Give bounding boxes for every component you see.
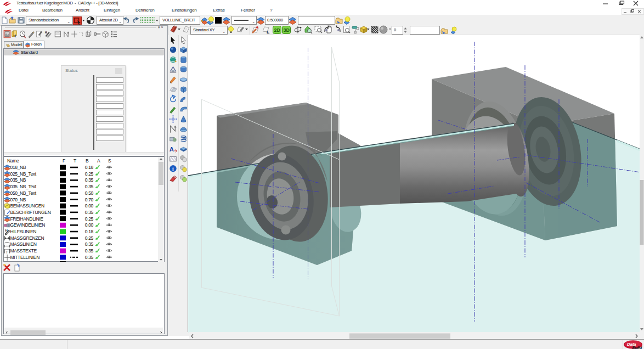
svg-text:0.00: 0.00 [85, 222, 94, 228]
svg-text:T: T [6, 250, 8, 254]
svg-text:035_NB: 035_NB [10, 177, 26, 183]
svg-text:GEWINDELINIEN: GEWINDELINIEN [10, 222, 46, 228]
svg-text:F: F [63, 158, 65, 164]
svg-text:BESCHRIFTUNGEN: BESCHRIFTUNGEN [10, 210, 51, 215]
svg-text:Name: Name [7, 158, 19, 164]
svg-text:MITTELLINIEN: MITTELLINIEN [10, 255, 40, 260]
svg-text:H: H [45, 30, 47, 33]
svg-text:A: A [170, 146, 174, 153]
svg-text:BEMASSUNGEN: BEMASSUNGEN [10, 203, 44, 209]
svg-text:050_NB_Text: 050_NB_Text [10, 190, 37, 196]
svg-text:E: E [267, 30, 270, 35]
svg-text:0.25: 0.25 [85, 216, 94, 222]
svg-text:0.00: 0.00 [85, 203, 94, 209]
svg-text:0.25: 0.25 [85, 171, 94, 177]
svg-text:0.18: 0.18 [85, 229, 94, 234]
svg-text:0.50: 0.50 [85, 190, 94, 196]
svg-text:MASSLINIEN: MASSLINIEN [10, 241, 37, 247]
svg-text:0.18: 0.18 [85, 165, 94, 170]
svg-text:T: T [74, 158, 76, 164]
svg-text:3D: 3D [284, 27, 290, 33]
svg-text:0.35: 0.35 [85, 177, 94, 183]
svg-text:0.35: 0.35 [85, 210, 94, 215]
svg-text:B: B [86, 158, 89, 164]
svg-text:MASSGRENZEN: MASSGRENZEN [10, 235, 44, 241]
svg-text:0.70: 0.70 [85, 197, 94, 202]
svg-text:Solid: Solid [632, 345, 642, 349]
svg-text:070_NB: 070_NB [10, 197, 26, 202]
svg-text:HILFSLINIEN: HILFSLINIEN [10, 229, 37, 234]
svg-text:025_NB_Text: 025_NB_Text [10, 171, 37, 177]
svg-text:0.35: 0.35 [85, 241, 94, 247]
svg-text:0.35: 0.35 [85, 248, 94, 254]
svg-text:0.35: 0.35 [85, 184, 94, 189]
svg-text:FREIHANDLINIE: FREIHANDLINIE [10, 216, 44, 222]
svg-text:0.35: 0.35 [85, 255, 94, 260]
svg-text:MASSTEXTE: MASSTEXTE [10, 248, 37, 254]
svg-text:2D: 2D [274, 27, 281, 33]
svg-text:i: i [172, 166, 174, 172]
svg-text:S: S [108, 158, 111, 164]
svg-text:1: 1 [15, 34, 17, 38]
svg-text:A: A [97, 158, 100, 164]
svg-text:0.25: 0.25 [85, 235, 94, 241]
svg-text:035_NB_Text: 035_NB_Text [10, 184, 37, 189]
svg-text:018_NB: 018_NB [10, 165, 26, 170]
